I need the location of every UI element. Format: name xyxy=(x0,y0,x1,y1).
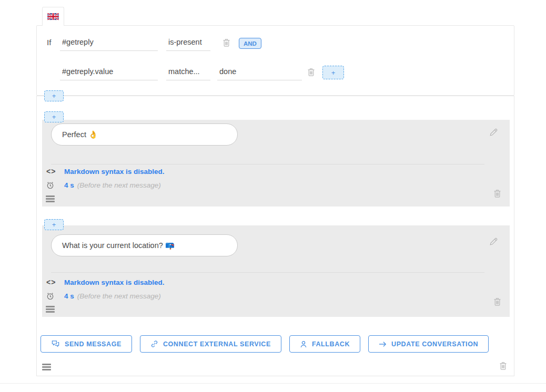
arrow-right-icon xyxy=(379,341,387,347)
add-block-button-top[interactable]: + xyxy=(44,90,64,101)
message-block-2: What is your current location? 📪 <> Mark… xyxy=(42,225,510,317)
bot-builder-canvas: If AND xyxy=(0,0,546,392)
delete-message-button[interactable] xyxy=(492,296,502,307)
send-message-label: SEND MESSAGE xyxy=(65,341,122,348)
update-conversation-button[interactable]: UPDATE CONVERSATION xyxy=(368,335,489,353)
code-icon: <> xyxy=(46,167,59,176)
delete-condition-button-2[interactable] xyxy=(306,67,316,77)
add-condition-button[interactable]: + xyxy=(322,66,344,79)
trash-icon xyxy=(499,364,507,372)
condition-value-input-2[interactable] xyxy=(217,67,302,80)
delay-note: (Before the next message) xyxy=(77,292,161,300)
timer-icon xyxy=(46,292,59,300)
trash-icon xyxy=(223,40,230,48)
code-icon: <> xyxy=(46,278,59,286)
if-label: If xyxy=(47,38,60,51)
and-connector-badge[interactable]: AND xyxy=(239,38,261,49)
fallback-button[interactable]: FALLBACK xyxy=(289,335,360,353)
connect-external-service-label: CONNECT EXTERNAL SERVICE xyxy=(163,341,271,348)
delay-value: 4 s xyxy=(64,292,74,300)
pencil-icon xyxy=(489,130,498,138)
condition-variable-input-2[interactable] xyxy=(60,67,158,80)
update-conversation-label: UPDATE CONVERSATION xyxy=(391,341,478,348)
person-icon xyxy=(300,341,307,348)
condition-operator-input[interactable] xyxy=(166,38,210,51)
edit-message-button[interactable] xyxy=(488,236,499,247)
trash-icon xyxy=(493,191,501,199)
divider xyxy=(51,272,484,273)
delete-condition-button[interactable] xyxy=(221,37,231,48)
markdown-setting[interactable]: <> Markdown syntax is disabled. xyxy=(46,278,165,286)
trash-icon xyxy=(307,70,315,78)
divider xyxy=(51,164,484,164)
action-buttons-row: SEND MESSAGE CONNECT EXTERNAL SERVICE xyxy=(41,335,489,353)
brick-card: + + + Perfect 👌 <> Markdown syntax is di… xyxy=(36,96,514,376)
message-bubble[interactable]: What is your current location? 📪 xyxy=(51,234,238,256)
message-bubble[interactable]: Perfect 👌 xyxy=(51,123,238,146)
delay-note: (Before the next message) xyxy=(77,181,161,189)
delete-brick-button[interactable] xyxy=(498,360,508,371)
delay-setting[interactable]: 4 s (Before the next message) xyxy=(46,181,161,189)
drag-handle-icon[interactable] xyxy=(46,306,55,313)
timer-icon xyxy=(46,181,59,189)
condition-operator-input-2[interactable] xyxy=(166,67,210,80)
add-block-button-before-message-2[interactable]: + xyxy=(44,219,64,230)
trash-icon xyxy=(493,300,501,307)
add-block-button-before-message-1[interactable]: + xyxy=(44,111,64,122)
condition-card: If AND xyxy=(36,25,514,96)
message-block-1: Perfect 👌 <> Markdown syntax is disabled… xyxy=(42,120,510,207)
condition-variable-input[interactable] xyxy=(60,38,158,51)
tab-language-english[interactable] xyxy=(42,7,64,26)
delay-value: 4 s xyxy=(64,181,74,189)
connect-external-service-button[interactable]: CONNECT EXTERNAL SERVICE xyxy=(140,335,281,353)
fallback-label: FALLBACK xyxy=(312,341,350,348)
uk-flag-icon xyxy=(47,13,59,20)
chat-bubbles-icon xyxy=(51,340,60,348)
delay-setting[interactable]: 4 s (Before the next message) xyxy=(46,292,161,300)
markdown-note: Markdown syntax is disabled. xyxy=(64,168,165,176)
pencil-icon xyxy=(489,240,498,247)
drag-handle-icon[interactable] xyxy=(46,195,55,202)
edit-message-button[interactable] xyxy=(488,127,499,138)
send-message-button[interactable]: SEND MESSAGE xyxy=(41,335,132,353)
markdown-setting[interactable]: <> Markdown syntax is disabled. xyxy=(46,167,165,176)
condition-row-1: If AND xyxy=(47,37,261,51)
condition-row-2: + xyxy=(60,66,344,80)
link-icon xyxy=(150,340,158,348)
markdown-note: Markdown syntax is disabled. xyxy=(64,278,165,286)
delete-message-button[interactable] xyxy=(492,188,502,199)
page-bottom-edge xyxy=(0,383,546,384)
drag-handle-icon[interactable] xyxy=(42,364,51,370)
